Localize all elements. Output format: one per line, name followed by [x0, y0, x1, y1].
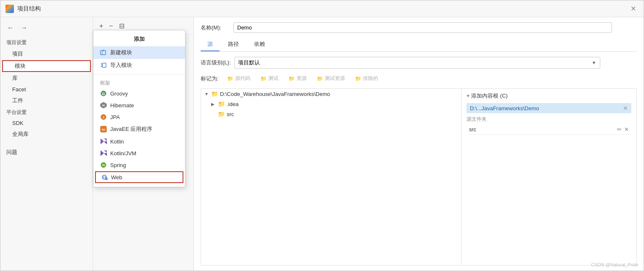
sidebar-item-project[interactable]: 项目 [0, 48, 93, 60]
remove-source-folder-button[interactable]: ✕ [624, 126, 629, 133]
framework-jpa[interactable]: J JPA [93, 111, 185, 123]
close-button[interactable]: ✕ [628, 4, 639, 13]
app-icon [5, 5, 14, 13]
hibernate-label: Hibernate [110, 102, 134, 109]
mark-resource-button[interactable]: 📁 资源 [285, 74, 310, 83]
mark-source-code-button[interactable]: 📁 源代码 [224, 74, 254, 83]
chevron-right-icon: ▶ [211, 102, 216, 106]
tabs-row: 源 路径 依赖 [201, 38, 637, 52]
source-folder-actions: ✏ ✕ [617, 126, 629, 133]
svg-text:G: G [102, 92, 105, 96]
dropdown-arrow-icon: ▼ [592, 60, 596, 65]
framework-kotlinjvm[interactable]: Kotlin/JVM [93, 147, 185, 159]
sidebar-item-facet[interactable]: Facet [0, 84, 93, 95]
hibernate-icon: H [100, 102, 107, 109]
framework-section-label: 框架 [93, 77, 185, 88]
folder-excluded-icon: 📁 [355, 76, 361, 82]
import-module-icon [100, 62, 107, 69]
sidebar-item-module[interactable]: 模块 [2, 60, 91, 72]
popup-title: 添加 [93, 34, 185, 46]
language-value: 项目默认 [238, 59, 260, 66]
add-content-root-button[interactable]: + 添加内容根 (C) [466, 92, 508, 100]
framework-javaee[interactable]: EE JavaEE 应用程序 [93, 123, 185, 136]
tab-source[interactable]: 源 [201, 38, 220, 51]
tree-src-item[interactable]: ▶ 📁 src [201, 109, 461, 119]
groovy-label: Groovy [110, 90, 128, 97]
watermark: CSDN @Natural_Pride [591, 262, 639, 267]
edit-source-folder-button[interactable]: ✏ [617, 126, 622, 133]
title-bar: 项目结构 ✕ [0, 0, 644, 17]
web-label: Web [111, 174, 122, 181]
content-root-panel: + 添加内容根 (C) D:\...JavaFrameworks\Demo ✕ … [461, 88, 637, 266]
language-level-row: 语言级别(L): 项目默认 ▼ [201, 57, 637, 69]
folder-idea-icon: 📁 [218, 101, 225, 107]
svg-marker-14 [104, 141, 107, 144]
mark-resource-label: 资源 [297, 75, 307, 82]
tab-dependency[interactable]: 依赖 [247, 38, 272, 51]
kotlin-label: Kotlin [110, 138, 124, 145]
mark-label: 标记为: [201, 75, 219, 82]
section-project-settings: 项目设置 [0, 37, 93, 48]
mark-row: 标记为: 📁 源代码 📁 测试 📁 资源 📁 测试资源 [201, 74, 637, 83]
back-button[interactable]: ← [5, 23, 16, 32]
framework-hibernate[interactable]: H Hibernate [93, 99, 185, 111]
new-module-label: 新建模块 [110, 49, 132, 56]
framework-kotlin[interactable]: Kotlin [93, 136, 185, 147]
language-label: 语言级别(L): [201, 59, 231, 66]
kotlinjvm-icon [100, 150, 107, 157]
source-folder-item-src: src ✏ ✕ [466, 125, 631, 135]
folder-test-resource-icon: 📁 [317, 76, 323, 82]
mark-test-label: 测试 [268, 75, 278, 82]
sidebar: ← → 项目设置 项目 模块 库 Facet 工件 平台设置 SDK 全局库 问… [0, 17, 93, 271]
folder-src-icon: 📁 [218, 111, 225, 117]
tree-idea-item[interactable]: ▶ 📁 .idea [201, 99, 461, 109]
svg-text:+: + [106, 178, 107, 180]
svg-marker-13 [104, 138, 107, 141]
mark-test-resource-label: 测试资源 [325, 75, 345, 82]
folder-source-icon: 📁 [227, 76, 233, 82]
svg-text:EE: EE [102, 128, 105, 131]
framework-groovy[interactable]: G Groovy [93, 88, 185, 99]
sidebar-item-sdk[interactable]: SDK [0, 118, 93, 128]
mark-test-button[interactable]: 📁 测试 [257, 74, 282, 83]
content-root-path: D:\...JavaFrameworks\Demo [470, 105, 539, 112]
mark-test-resource-button[interactable]: 📁 测试资源 [313, 74, 348, 83]
forward-button[interactable]: → [19, 23, 29, 32]
content-root-close-button[interactable]: ✕ [623, 105, 628, 112]
remove-button[interactable]: − [107, 21, 115, 31]
import-module-label: 导入模块 [110, 61, 132, 69]
svg-marker-16 [104, 150, 107, 153]
source-folder-section: 源文件夹 src ✏ ✕ [466, 116, 631, 135]
new-module-item[interactable]: 新建模块 [93, 46, 185, 59]
toolbar-area: + − ⊟ 添加 新建模块 [93, 17, 193, 35]
main-content: ← → 项目设置 项目 模块 库 Facet 工件 平台设置 SDK 全局库 问… [0, 17, 644, 271]
framework-spring[interactable]: Spring [93, 159, 185, 171]
sidebar-item-problems[interactable]: 问题 [0, 146, 93, 158]
spring-label: Spring [110, 162, 126, 168]
tree-root-item[interactable]: ▼ 📁 D:\Code_Warehouse\JavaFrameworks\Dem… [201, 89, 461, 99]
window-title: 项目结构 [17, 5, 628, 13]
name-label: 名称(M): [201, 24, 230, 32]
section-platform-settings: 平台设置 [0, 106, 93, 118]
spring-icon [100, 162, 107, 168]
sidebar-item-global-lib[interactable]: 全局库 [0, 128, 93, 140]
main-window: 项目结构 ✕ ← → 项目设置 项目 模块 库 Facet 工件 平台设置 SD… [0, 0, 644, 271]
import-module-item[interactable]: 导入模块 [93, 59, 185, 72]
tab-path[interactable]: 路径 [221, 38, 246, 51]
name-input[interactable] [233, 22, 612, 33]
tree-root-path: D:\Code_Warehouse\JavaFrameworks\Demo [220, 91, 330, 97]
folder-test-icon: 📁 [260, 76, 267, 82]
language-dropdown[interactable]: 项目默认 ▼ [234, 57, 600, 69]
content-root-header: + 添加内容根 (C) [466, 92, 631, 100]
panels-row: ▼ 📁 D:\Code_Warehouse\JavaFrameworks\Dem… [201, 88, 637, 266]
sidebar-item-library[interactable]: 库 [0, 72, 93, 84]
nav-actions: ← → [0, 21, 93, 37]
add-button[interactable]: + [97, 21, 105, 31]
mark-excluded-button[interactable]: 📁 排除的 [352, 74, 382, 83]
name-field-row: 名称(M): [201, 22, 637, 33]
source-folder-src-name: src [469, 126, 476, 133]
framework-web[interactable]: + Web [95, 171, 183, 183]
sidebar-item-artifact[interactable]: 工件 [0, 95, 93, 106]
svg-text:J: J [103, 116, 104, 119]
svg-rect-0 [101, 50, 106, 55]
